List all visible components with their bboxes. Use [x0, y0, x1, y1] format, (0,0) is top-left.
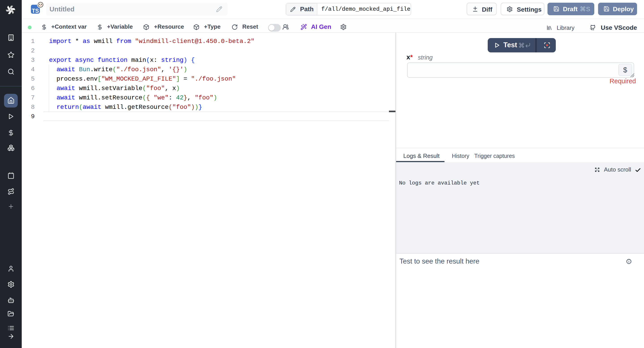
svg-text:TS: TS [32, 8, 39, 14]
